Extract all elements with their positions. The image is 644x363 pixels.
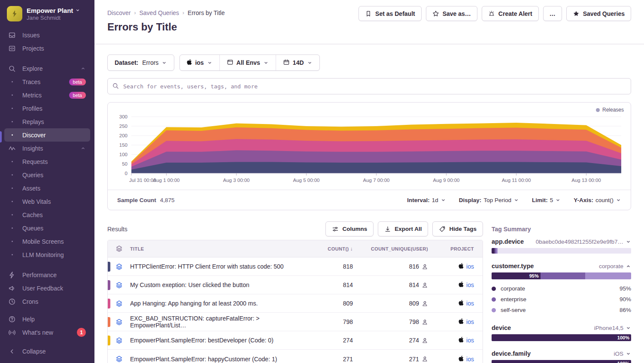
more-options-button[interactable]: … xyxy=(543,6,562,21)
sidebar-item-user-feedback[interactable]: User Feedback xyxy=(0,281,94,295)
layers-icon[interactable] xyxy=(108,337,130,344)
column-header-count-unique-user[interactable]: COUNT_UNIQUE(USER) xyxy=(362,240,437,257)
project-link[interactable]: ios xyxy=(466,337,474,344)
sidebar-item-issues[interactable]: Issues xyxy=(0,28,94,42)
org-switcher[interactable]: Empower Plant Jane Schmidt xyxy=(0,0,94,26)
row-title-cell[interactable]: EXC_BAD_INSTRUCTION: captureFatalError: … xyxy=(130,313,315,331)
column-header-title[interactable]: TITLE xyxy=(130,240,315,257)
sidebar-item-insights[interactable]: Insights xyxy=(0,142,94,155)
layers-icon[interactable] xyxy=(108,263,130,270)
display-control[interactable]: Display:Top Period xyxy=(459,197,519,203)
sidebar-item-crons[interactable]: Crons xyxy=(0,295,94,308)
sidebar-item-mobile-screens[interactable]: Mobile Screens xyxy=(0,235,94,248)
saved-queries-button[interactable]: Saved Queries xyxy=(566,6,631,21)
sidebar-item-traces[interactable]: Tracesbeta xyxy=(0,75,94,88)
sidebar-item-performance[interactable]: Performance xyxy=(0,268,94,281)
button-label: Saved Queries xyxy=(583,10,625,17)
tag-value-dropdown[interactable]: iPhone14,5 xyxy=(594,325,631,331)
event-title[interactable]: EmpowerPlant.SampleError: happyCustomer … xyxy=(130,356,277,363)
control-value: 5 xyxy=(550,197,553,203)
breadcrumb-saved-queries[interactable]: Saved Queries xyxy=(139,9,179,16)
sidebar-item-replays[interactable]: Replays xyxy=(0,115,94,128)
sidebar-item-metrics[interactable]: Metricsbeta xyxy=(0,88,94,102)
project-link[interactable]: ios xyxy=(466,356,474,363)
tag-value-row: corporate95% xyxy=(492,283,631,294)
sidebar-item-queues[interactable]: Queues xyxy=(0,221,94,235)
row-expand-cell[interactable] xyxy=(108,294,130,313)
row-title-cell[interactable]: App Hanging: App hanging for at least 20… xyxy=(130,294,315,313)
sidebar: Empower Plant Jane Schmidt IssuesProject… xyxy=(0,0,94,363)
tag-value: 0baebc0de4982f1255f2e9e9fb7… xyxy=(536,239,623,245)
nav-group-gap xyxy=(0,308,94,312)
sidebar-item-web-vitals[interactable]: Web Vitals xyxy=(0,195,94,208)
y-axis-tick: 100 xyxy=(119,152,128,157)
layers-icon[interactable] xyxy=(108,318,130,326)
collapse-button[interactable]: Collapse xyxy=(0,345,94,358)
project-link[interactable]: ios xyxy=(466,300,474,307)
ios-filter[interactable]: ios xyxy=(180,55,219,70)
interval-control[interactable]: Interval:1d xyxy=(407,197,446,203)
save-as-button[interactable]: Save as… xyxy=(426,6,477,21)
row-title-cell[interactable]: My Custom exeption: User clicked the but… xyxy=(130,276,315,294)
event-title[interactable]: HTTPClientError: HTTP Client Error with … xyxy=(130,263,284,270)
sidebar-item-llm-monitoring[interactable]: LLM Monitoring xyxy=(0,248,94,261)
row-unique-cell: 809 xyxy=(362,294,437,313)
sidebar-item-profiles[interactable]: Profiles xyxy=(0,102,94,115)
results-table-body: HTTPClientError: HTTP Client Error with … xyxy=(108,257,483,363)
sidebar-item-discover[interactable]: Discover xyxy=(4,128,90,142)
event-title[interactable]: EXC_BAD_INSTRUCTION: captureFatalError: … xyxy=(130,315,259,329)
event-title[interactable]: App Hanging: App hanging for at least 20… xyxy=(130,300,258,307)
column-header-count[interactable]: COUNT()↓ xyxy=(315,240,362,257)
row-title-cell[interactable]: HTTPClientError: HTTP Client Error with … xyxy=(130,257,315,276)
sidebar-item-assets[interactable]: Assets xyxy=(0,182,94,195)
limit-control[interactable]: Limit:5 xyxy=(532,197,561,203)
14d-filter[interactable]: 14D xyxy=(276,55,319,70)
sidebar-item-projects[interactable]: Projects xyxy=(0,42,94,55)
breadcrumb-discover[interactable]: Discover xyxy=(107,9,131,16)
tag-value-dropdown[interactable]: 0baebc0de4982f1255f2e9e9fb7… xyxy=(536,239,631,245)
layers-icon[interactable] xyxy=(108,300,130,307)
sidebar-item-explore[interactable]: Explore xyxy=(0,62,94,75)
export-all-button[interactable]: Export All xyxy=(378,221,428,236)
row-expand-cell[interactable] xyxy=(108,350,130,363)
tag-value-dropdown[interactable]: corporate xyxy=(599,263,631,269)
button-label: Export All xyxy=(395,226,422,232)
all-envs-filter[interactable]: All Envs xyxy=(219,55,276,70)
event-title[interactable]: My Custom exeption: User clicked the but… xyxy=(130,281,249,288)
row-expand-cell[interactable] xyxy=(108,313,130,331)
series-color-chip xyxy=(108,280,110,290)
event-title[interactable]: EmpowerPlant.SampleError: bestDeveloper … xyxy=(130,337,273,344)
columns-button[interactable]: Columns xyxy=(325,221,374,236)
layers-icon[interactable] xyxy=(108,281,130,289)
project-link[interactable]: ios xyxy=(466,263,474,270)
y-axis-control[interactable]: Y-Axis:count() xyxy=(574,197,621,203)
lower-section: Results ColumnsExport AllHide Tags TITLE… xyxy=(107,221,631,363)
row-expand-cell[interactable] xyxy=(108,276,130,294)
sidebar-item-what-s-new[interactable]: What's new1 xyxy=(0,326,94,339)
projects-icon xyxy=(8,45,16,52)
hide-tags-button[interactable]: Hide Tags xyxy=(432,221,483,236)
y-axis-tick: 50 xyxy=(122,161,128,166)
row-expand-cell[interactable] xyxy=(108,331,130,350)
row-title-cell[interactable]: EmpowerPlant.SampleError: happyCustomer … xyxy=(130,350,315,363)
row-expand-cell[interactable] xyxy=(108,257,130,276)
releases-legend[interactable]: Releases xyxy=(596,107,624,113)
tag-value-dropdown[interactable]: iOS xyxy=(614,351,631,357)
apple-icon xyxy=(187,59,192,67)
dataset-select[interactable]: Dataset: Errors xyxy=(107,54,174,71)
set-as-default-button[interactable]: Set as Default xyxy=(358,6,422,21)
column-header-project[interactable]: PROJECT xyxy=(437,240,483,257)
sidebar-item-requests[interactable]: Requests xyxy=(0,155,94,168)
series-color-chip xyxy=(108,262,110,272)
project-link[interactable]: ios xyxy=(466,318,474,325)
search-icon xyxy=(112,82,119,91)
sidebar-item-help[interactable]: Help xyxy=(0,312,94,326)
row-title-cell[interactable]: EmpowerPlant.SampleError: bestDeveloper … xyxy=(130,331,315,350)
series-color-chip xyxy=(108,336,110,345)
project-link[interactable]: ios xyxy=(466,281,474,288)
sidebar-item-queries[interactable]: Queries xyxy=(0,168,94,182)
create-alert-button[interactable]: Create Alert xyxy=(482,6,539,21)
sidebar-item-caches[interactable]: Caches xyxy=(0,208,94,221)
search-input[interactable] xyxy=(107,78,631,94)
layers-icon[interactable] xyxy=(108,355,130,363)
